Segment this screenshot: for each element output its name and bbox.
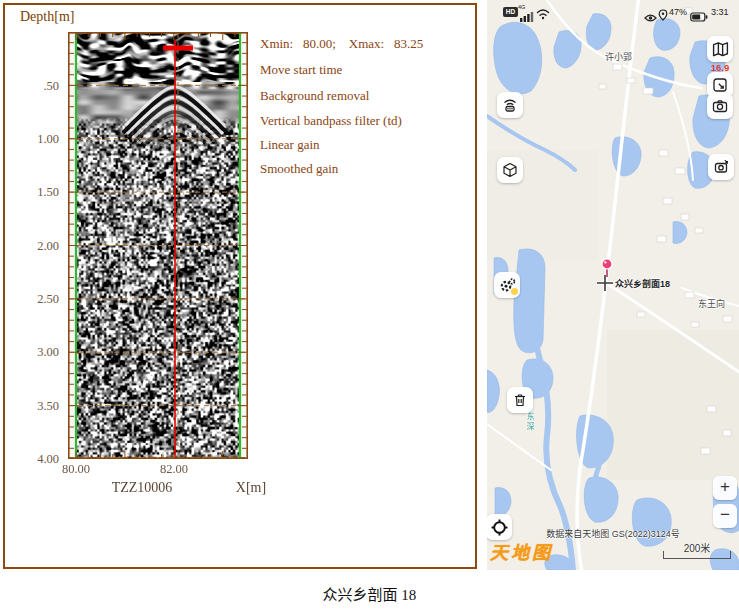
processing-step: Linear gain — [260, 136, 472, 154]
depth-axis-title: Depth[m] — [20, 9, 74, 25]
tianditu-logo: 天地图 — [490, 538, 553, 564]
zoom-in-button[interactable]: + — [713, 476, 737, 500]
scale-bar — [663, 551, 731, 559]
battery-percent-label: 47% — [669, 7, 687, 17]
plot-overlay — [68, 32, 248, 459]
village-label: 许小郢 — [605, 50, 632, 63]
figure-caption: 众兴乡剖面 18 — [0, 583, 739, 604]
wifi-icon — [536, 6, 550, 24]
camera-button[interactable] — [707, 93, 733, 119]
x-tick-label: 82.00 — [152, 462, 196, 477]
depth-tick-label: 1.50 — [11, 184, 59, 200]
trash-icon — [512, 392, 528, 408]
village-label: 东王向 — [698, 297, 725, 310]
x-tick-label: 80.00 — [54, 462, 98, 477]
trace-id-label: TZZ10006 — [97, 480, 187, 496]
gpr-profile-panel: Depth[m] .50 1.00 1.50 2.00 2.50 3.00 3.… — [3, 3, 477, 569]
zoom-out-button[interactable]: − — [713, 504, 737, 528]
processing-step: Move start time — [260, 61, 472, 79]
depth-tick-label: 3.50 — [11, 398, 59, 414]
battery-icon — [690, 8, 708, 26]
radargram-plot — [68, 32, 248, 459]
layers-map-icon — [712, 41, 729, 58]
depth-tick-label: 2.00 — [11, 238, 59, 254]
compass-icon — [491, 519, 508, 536]
depth-tick-label: 1.00 — [11, 131, 59, 147]
depth-tick-label: .50 — [11, 78, 59, 94]
marker-label: 众兴乡剖面18 — [615, 277, 670, 290]
camera-icon — [712, 98, 728, 114]
processing-step: Vertical bandpass filter (td) — [260, 112, 472, 130]
settings-button[interactable] — [494, 272, 520, 298]
wifi-device-icon — [502, 97, 518, 113]
eye-icon — [644, 9, 657, 27]
depth-tick-label: 3.00 — [11, 344, 59, 360]
depth-tick-label: 4.00 — [11, 451, 59, 467]
water-name-label: 东深 — [524, 412, 535, 432]
processing-step: Smoothed gain — [260, 160, 472, 178]
depth-tick-label: 2.50 — [11, 291, 59, 307]
hd-badge-icon: HD — [503, 7, 518, 17]
cube-3d-icon — [502, 162, 518, 178]
camera-rotate-button[interactable] — [708, 154, 734, 180]
range-info-line: Xmin: 80.00; Xmax: 83.25 — [260, 35, 472, 53]
map-app-screenshot[interactable]: HD 4G 47% 3:31 16.9 — [487, 0, 739, 570]
screenshot-icon — [712, 77, 728, 93]
map-canvas[interactable] — [487, 0, 739, 570]
delete-button[interactable] — [507, 387, 533, 413]
x-axis-title: X[m] — [221, 480, 281, 496]
view-3d-button[interactable] — [497, 157, 523, 183]
wifi-connect-button[interactable] — [497, 92, 523, 118]
clock-label: 3:31 — [711, 7, 729, 17]
signal-bars-icon — [520, 8, 534, 26]
figure-page: Depth[m] .50 1.00 1.50 2.00 2.50 3.00 3.… — [0, 0, 739, 610]
gps-pin-icon — [658, 7, 668, 25]
map-layers-button[interactable] — [707, 36, 733, 62]
camera-rotate-icon — [713, 159, 729, 175]
processing-step: Background removal — [260, 87, 472, 105]
notification-dot — [511, 288, 518, 295]
